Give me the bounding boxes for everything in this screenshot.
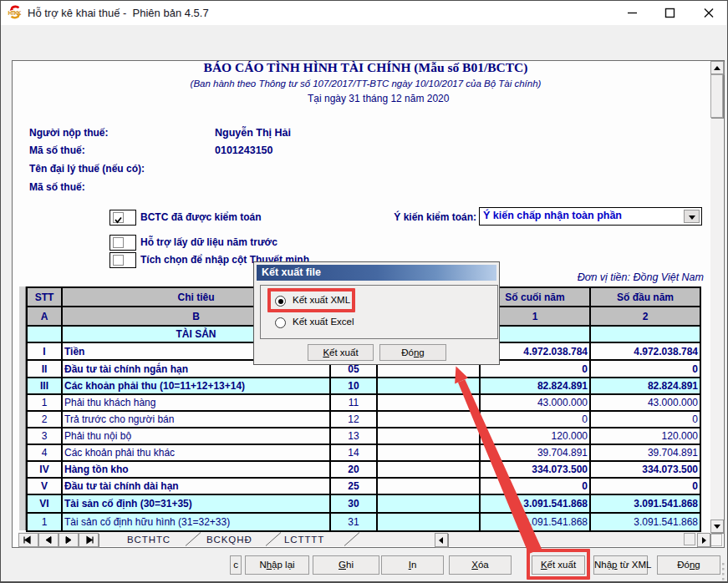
svg-text:HTKK: HTKK [8,10,22,16]
